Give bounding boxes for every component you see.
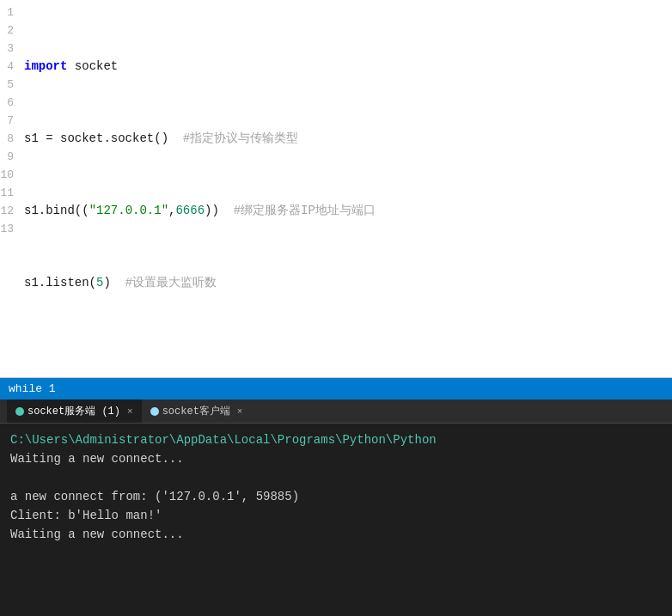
tab-icon-client xyxy=(150,407,159,416)
status-text: while 1 xyxy=(9,382,56,395)
tab-icon-server xyxy=(15,407,24,416)
terminal-tab-server[interactable]: socket服务端 (1) × xyxy=(7,399,142,423)
status-bar: while 1 xyxy=(0,378,672,399)
code-line-3: s1.bind(("127.0.0.1",6666)) #绑定服务器IP地址与端… xyxy=(24,202,665,220)
terminal-path: C:\Users\Administrator\AppData\Local\Pro… xyxy=(10,433,437,447)
code-line-2: s1 = socket.socket() #指定协议与传输类型 xyxy=(24,130,665,148)
terminal-tab-client[interactable]: socket客户端 × xyxy=(142,399,252,423)
code-content[interactable]: import socket s1 = socket.socket() #指定协议… xyxy=(17,0,672,377)
tab-label-server: socket服务端 (1) xyxy=(27,404,120,418)
terminal-line-5: Waiting a new connect... xyxy=(10,525,662,544)
tab-close-server[interactable]: × xyxy=(127,406,133,417)
editor-area: 1 2 3 4 5 6 7 8 9 10 11 12 13 import soc… xyxy=(0,0,672,378)
terminal-line-2 xyxy=(10,468,662,487)
keyword-import: import xyxy=(24,58,67,76)
tab-label-client: socket客户端 xyxy=(162,404,230,418)
terminal-tabs: socket服务端 (1) × socket客户端 × xyxy=(0,399,672,424)
code-line-1: import socket xyxy=(24,58,665,76)
terminal-line-0: C:\Users\Administrator\AppData\Local\Pro… xyxy=(10,430,662,449)
terminal-line-1: Waiting a new connect... xyxy=(10,449,662,468)
terminal-content: C:\Users\Administrator\AppData\Local\Pro… xyxy=(0,424,672,616)
tab-close-client[interactable]: × xyxy=(237,406,243,417)
terminal-line-3: a new connect from: ('127.0.0.1', 59885) xyxy=(10,487,662,506)
code-line-4: s1.listen(5) #设置最大监听数 xyxy=(24,274,665,292)
line-numbers: 1 2 3 4 5 6 7 8 9 10 11 12 13 xyxy=(0,0,17,377)
code-line-5 xyxy=(24,346,665,364)
terminal-line-4: Client: b'Hello man!' xyxy=(10,506,662,525)
